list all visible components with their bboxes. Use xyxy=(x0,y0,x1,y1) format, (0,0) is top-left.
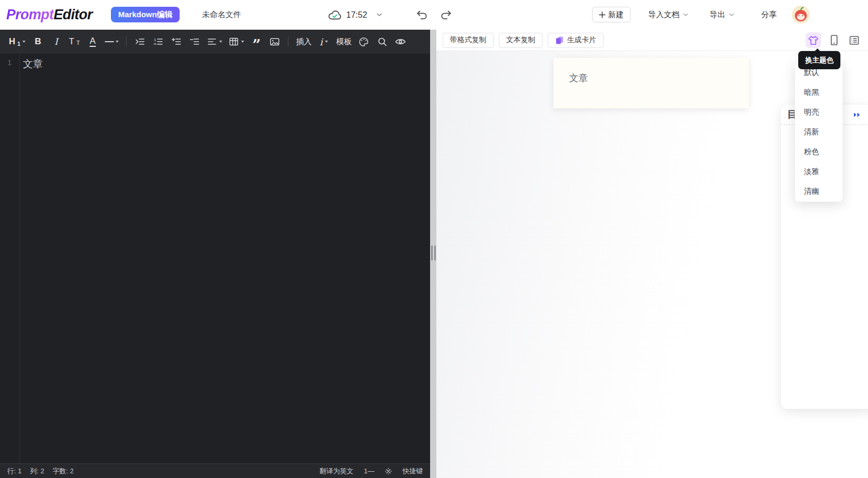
outline-toggle-button[interactable] xyxy=(847,33,861,47)
collapse-double-chevron-icon[interactable] xyxy=(853,111,861,118)
import-label: 导入文档 xyxy=(648,10,680,20)
copy-text-label: 文本复制 xyxy=(506,35,535,45)
caret-down-icon xyxy=(219,41,222,43)
blockquote-button[interactable]: ” xyxy=(248,33,265,50)
ordered-list-button[interactable]: 1 xyxy=(149,33,167,50)
export-label: 导出 xyxy=(710,10,725,20)
theme-option-fresh[interactable]: 清新 xyxy=(795,122,842,142)
formula-label: i xyxy=(320,36,323,47)
font-color-label: A xyxy=(90,36,95,47)
shortcuts-button[interactable]: 快捷键 xyxy=(402,467,423,476)
theme-option-bright[interactable]: 明亮 xyxy=(795,102,842,122)
toolbar-separator xyxy=(288,36,288,47)
unordered-list-button[interactable] xyxy=(186,33,203,50)
indent-list-button[interactable] xyxy=(131,33,148,50)
plus-icon xyxy=(599,11,606,18)
share-label: 分享 xyxy=(761,10,777,20)
table-dropdown-button[interactable] xyxy=(226,33,247,50)
bold-label: B xyxy=(35,36,41,47)
copy-text-button[interactable]: 文本复制 xyxy=(499,33,543,48)
theme-palette-button[interactable] xyxy=(355,33,372,50)
search-icon[interactable] xyxy=(373,33,391,50)
save-time: 17:52 xyxy=(346,10,367,20)
svg-text:1: 1 xyxy=(154,37,156,42)
cursor-position-group: 行: 1 列: 2 字数: 2 xyxy=(0,467,73,476)
template-button[interactable]: 模板 xyxy=(333,33,354,50)
line-number-gutter: 1 xyxy=(0,54,20,463)
new-button-label: 新建 xyxy=(608,10,624,20)
heading-dropdown-button[interactable]: H1 xyxy=(6,33,28,50)
font-size-label: T xyxy=(69,36,74,47)
share-button[interactable]: 分享 xyxy=(761,0,777,30)
split-divider[interactable] xyxy=(430,30,436,478)
divider-grip-icon[interactable] xyxy=(431,246,436,260)
card-stack-icon xyxy=(555,36,564,45)
task-list-button[interactable] xyxy=(168,33,185,50)
heading-level-label: 1 xyxy=(17,41,20,47)
horizontal-rule-button[interactable]: — xyxy=(102,33,121,50)
italic-label: I xyxy=(55,36,58,47)
document-title[interactable]: 未命名文件 xyxy=(202,0,241,30)
theme-option-pink[interactable]: 粉色 xyxy=(795,142,842,161)
save-status: 17:52 xyxy=(328,0,382,30)
caret-down-icon xyxy=(325,41,328,43)
user-avatar[interactable] xyxy=(792,6,810,23)
translate-button[interactable]: 翻译为英文 xyxy=(320,467,354,476)
insert-menu-button[interactable]: 插入 xyxy=(293,33,314,50)
reference-mark-icon[interactable] xyxy=(385,468,392,475)
heading-label: H xyxy=(9,36,15,47)
insert-label: 插入 xyxy=(296,37,311,47)
redo-button[interactable] xyxy=(440,9,452,21)
cloud-saved-icon xyxy=(328,9,342,20)
preview-eye-button[interactable] xyxy=(392,33,409,50)
hr-label: — xyxy=(105,36,114,47)
theme-tooltip: 换主题色 xyxy=(798,51,840,69)
preview-content: 文章 xyxy=(569,72,749,84)
word-count: 字数: 2 xyxy=(53,467,73,476)
copy-formatted-button[interactable]: 带格式复制 xyxy=(443,33,494,48)
theme-color-button[interactable] xyxy=(806,32,821,48)
markdown-editor[interactable]: 1 文章 xyxy=(0,54,430,463)
app-logo: PromptEditor xyxy=(6,0,92,30)
line-number: 1 xyxy=(0,58,19,67)
chevron-down-icon xyxy=(729,13,734,17)
editor-toolbar: H1 B I TT A — 1 xyxy=(0,30,430,54)
export-menu[interactable]: 导出 xyxy=(710,0,734,30)
caret-down-icon xyxy=(22,41,26,43)
font-size-button[interactable]: TT xyxy=(66,33,83,50)
formula-dropdown-button[interactable]: i xyxy=(315,33,332,50)
toolbar-separator xyxy=(126,36,127,47)
new-document-button[interactable]: 新建 xyxy=(592,7,631,22)
line-indicator: 行: 1 xyxy=(7,467,21,476)
editor-status-bar: 行: 1 列: 2 字数: 2 翻译为英文 1— 快捷键 xyxy=(0,463,430,478)
generate-card-button[interactable]: 生成卡片 xyxy=(548,33,603,48)
copy-formatted-label: 带格式复制 xyxy=(450,35,486,45)
chevron-down-icon[interactable] xyxy=(376,13,382,17)
editor-content[interactable]: 文章 xyxy=(23,57,43,71)
template-label: 模板 xyxy=(336,37,351,47)
logo-prompt: Prompt xyxy=(6,7,54,23)
align-dropdown-button[interactable] xyxy=(204,33,225,50)
preview-card: 文章 xyxy=(553,58,749,108)
theme-option-elegant[interactable]: 淡雅 xyxy=(795,161,842,181)
markdown-mode-badge: Markdown编辑 xyxy=(111,7,180,22)
import-document-menu[interactable]: 导入文档 xyxy=(648,0,688,30)
theme-option-dark[interactable]: 暗黑 xyxy=(795,82,842,102)
caret-down-icon xyxy=(241,41,244,43)
theme-dropdown-menu: 默认 暗黑 明亮 清新 粉色 淡雅 清幽 xyxy=(795,61,843,202)
top-bar: PromptEditor Markdown编辑 未命名文件 17:52 新建 导 xyxy=(0,0,868,30)
font-size-sub-label: T xyxy=(77,40,80,46)
insert-image-button[interactable] xyxy=(266,33,283,50)
mobile-preview-button[interactable] xyxy=(827,33,841,47)
bold-button[interactable]: B xyxy=(29,33,46,50)
undo-button[interactable] xyxy=(416,9,428,21)
caret-down-icon xyxy=(116,41,119,43)
line-spacing-button[interactable]: 1— xyxy=(364,467,374,475)
font-color-button[interactable]: A xyxy=(84,33,101,50)
italic-button[interactable]: I xyxy=(47,33,65,50)
status-actions-group: 翻译为英文 1— 快捷键 xyxy=(320,467,430,476)
logo-editor: Editor xyxy=(54,7,92,23)
theme-option-quiet[interactable]: 清幽 xyxy=(795,181,842,201)
preview-toolbar: 带格式复制 文本复制 生成卡片 xyxy=(436,30,868,51)
chevron-down-icon xyxy=(683,13,688,17)
